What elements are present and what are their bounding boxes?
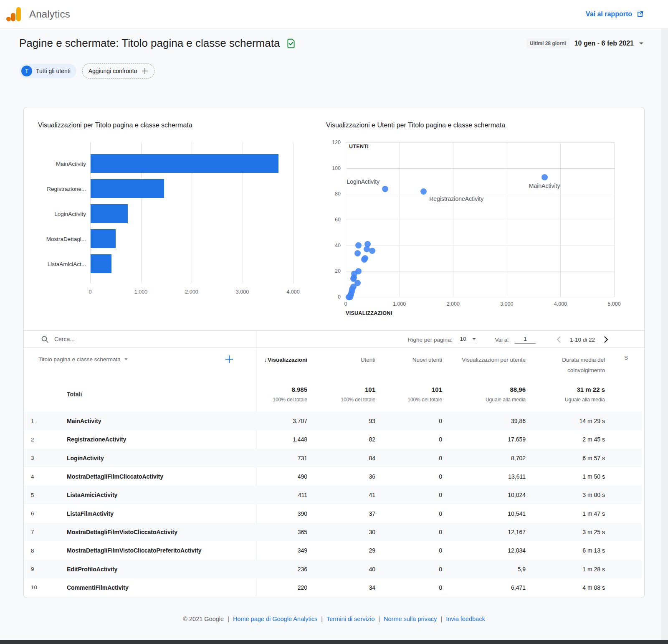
row-value: 0 [375, 473, 442, 480]
row-value: 0 [375, 492, 442, 498]
column-header-label: Utenti [361, 357, 375, 363]
row-value: 1 m 28 s [526, 566, 605, 573]
row-name: MainActivity [41, 418, 241, 424]
scatter-y-tick-label: 120 [321, 139, 341, 145]
page-range-label: 1-10 di 22 [570, 337, 595, 343]
search-box[interactable] [24, 335, 238, 343]
row-number: 2 [24, 436, 41, 443]
scatter-point [354, 250, 361, 256]
row-value: 0 [375, 418, 442, 424]
bar-category-label: Registrazione... [32, 186, 86, 192]
chevron-down-icon [639, 42, 644, 45]
page-header: Pagine e schermate: Titolo pagina e clas… [19, 37, 644, 50]
add-column-button[interactable] [225, 355, 234, 364]
row-value: 8,702 [442, 455, 526, 461]
goto-page-input[interactable] [515, 335, 536, 344]
row-number: 1 [24, 418, 41, 424]
rows-per-page-select[interactable]: 10 [458, 335, 477, 344]
totals-value: 88,96 [442, 386, 526, 393]
footer-separator: | [228, 616, 229, 622]
scatter-point-label: LoginActivity [347, 178, 380, 185]
row-name: MostraDettagliFilmCliccatoActivity [41, 473, 241, 480]
row-value: 17,659 [442, 436, 526, 443]
row-value: 39,86 [442, 418, 526, 424]
row-value: 0 [375, 547, 442, 554]
row-value: 29 [307, 547, 375, 554]
totals-cell: 88,96Uguale alla media [442, 386, 526, 403]
bar-category-label: MostraDettagl... [32, 236, 86, 242]
row-value: 6 m 57 s [526, 455, 605, 461]
scatter-point [541, 174, 548, 180]
scatter-point-label: MainActivity [529, 183, 560, 189]
column-header-2[interactable]: Utenti [307, 348, 375, 365]
footer-link[interactable]: Termini di servizio [326, 616, 374, 622]
totals-cell: 101100% del totale [307, 386, 375, 403]
footer-link[interactable]: Home page di Google Analytics [233, 616, 317, 622]
bar-x-tick-label: 0 [89, 289, 92, 295]
add-comparison-chip[interactable]: Aggiungi confronto [82, 63, 154, 79]
plus-icon [142, 68, 148, 74]
row-value: 0 [375, 510, 442, 517]
page-title: Pagine e schermate: Titolo pagina e clas… [19, 37, 280, 50]
row-value: 5,9 [442, 566, 526, 573]
column-header-1[interactable]: ↓Visualizzazioni [241, 348, 307, 365]
scatter-point [361, 256, 367, 263]
previous-page-button[interactable] [553, 334, 564, 345]
dimension-header-dropdown[interactable]: Titolo pagina e classe schermata [38, 356, 128, 363]
column-header-4[interactable]: Visualizzazioni per utente [442, 348, 526, 365]
report-table: Righe per pagina: 10 Vai a: 1-10 di 22 [24, 330, 644, 596]
row-value: 6 m 13 s [526, 547, 605, 554]
search-input[interactable] [53, 335, 189, 343]
date-range-selector[interactable]: Ultimi 28 giorni 10 gen - 6 feb 2021 [526, 38, 644, 48]
bar [91, 179, 164, 198]
table-row: 4MostraDettagliFilmCliccatoActivity49036… [24, 467, 642, 486]
column-header-label: Nuovi utenti [412, 357, 442, 363]
table-row: 8MostraDettagliFilmVistoCliccatoPreferit… [24, 541, 642, 560]
analytics-logo-icon [6, 6, 22, 23]
page-footer: © 2021 Google |Home page di Google Analy… [0, 598, 668, 640]
row-value: 2 m 45 s [526, 436, 605, 443]
table-row: 10CommentiFilmActivity2203406,4714 m 08 … [24, 578, 642, 597]
bar-chart-title: Visualizzazioni per Titolo pagina e clas… [38, 122, 192, 129]
footer-link[interactable]: Invia feedback [446, 616, 485, 622]
scatter-x-tick-label: 4.000 [554, 301, 567, 307]
copyright-text: © 2021 Google [183, 616, 224, 622]
scatter-x-axis-name: VISUALIZZAZIONI [346, 310, 392, 316]
report-verified-icon [286, 38, 296, 49]
footer-separator: | [440, 616, 442, 622]
row-value: 490 [241, 473, 307, 480]
scatter-chart-title: Visualizzazioni e Utenti per Titolo pagi… [326, 122, 505, 129]
row-number: 8 [24, 548, 41, 554]
table-row: 2RegistrazioneActivity1.44882017,6592 m … [24, 430, 642, 449]
scatter-y-tick-label: 0 [321, 294, 341, 300]
row-value: 349 [241, 547, 307, 554]
row-value: 10,024 [442, 492, 526, 498]
table-row: 9EditProfiloActivity2364005,91 m 28 s [24, 560, 642, 578]
column-header-clipped: S [605, 348, 628, 361]
scatter-gridline [346, 271, 614, 271]
scatter-y-tick-label: 60 [321, 217, 341, 223]
scatter-gridline [346, 142, 614, 143]
column-header-3[interactable]: Nuovi utenti [375, 348, 442, 365]
scatter-gridline [614, 142, 615, 297]
table-header-row: Titolo pagina e classe schermata ↓Visual… [24, 348, 642, 376]
column-header-5[interactable]: Durata media del coinvolgimento [526, 348, 605, 375]
totals-cell: 31 m 22 sUguale alla media [526, 386, 605, 403]
row-value: 3 m 00 s [526, 492, 605, 498]
external-link-icon [636, 10, 644, 18]
row-number: 9 [24, 566, 41, 572]
sort-descending-icon: ↓ [264, 357, 267, 363]
all-users-chip[interactable]: T Tutti gli utenti [19, 64, 76, 78]
report-card: Visualizzazioni per Titolo pagina e clas… [23, 107, 645, 598]
row-value: 14 m 29 s [526, 418, 605, 424]
bar-category-label: ListaAmiciAct... [32, 261, 86, 267]
row-number: 10 [24, 584, 41, 591]
scrollbar[interactable] [661, 29, 668, 640]
footer-link[interactable]: Norme sulla privacy [384, 616, 437, 622]
row-number: 6 [24, 510, 41, 517]
bar-gridline [293, 142, 294, 283]
go-to-report-link[interactable]: Vai al rapporto [586, 0, 644, 28]
next-page-button[interactable] [601, 334, 612, 345]
row-value: 40 [307, 566, 375, 573]
go-to-report-label: Vai al rapporto [586, 10, 632, 18]
